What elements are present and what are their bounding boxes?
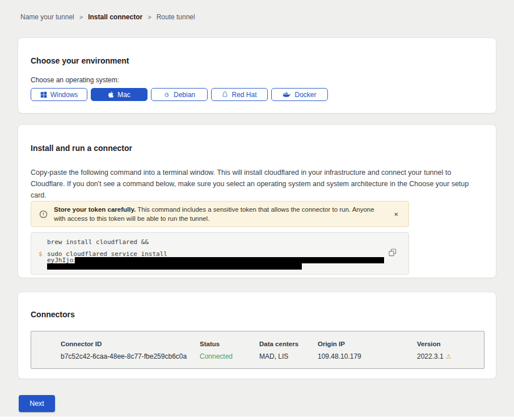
redacted-token-bar — [75, 257, 384, 263]
os-button-label: Red Hat — [231, 91, 256, 99]
os-select-label: Choose an operating system: — [31, 76, 483, 84]
os-button-docker[interactable]: Docker — [271, 88, 328, 101]
copy-icon[interactable] — [387, 248, 398, 258]
bottom-page-edge — [0, 417, 514, 420]
header-status: Status — [200, 341, 259, 347]
connectors-table: Connector ID Status Data centers Origin … — [31, 331, 484, 369]
install-command-code-block: $ brew install cloudflared && sudo cloud… — [31, 232, 409, 275]
cell-version: 2022.3.1⚠ — [417, 352, 484, 360]
windows-icon — [40, 91, 47, 98]
header-connector-id: Connector ID — [61, 341, 200, 347]
code-line-brew: brew install cloudflared && — [47, 238, 149, 246]
os-button-label: Windows — [50, 91, 78, 99]
header-origin-ip: Origin IP — [318, 341, 417, 347]
redacted-token-bar — [47, 263, 302, 270]
header-data-centers: Data centers — [259, 341, 318, 347]
cell-data-centers: MAD, LIS — [259, 352, 318, 360]
next-button[interactable]: Next — [19, 395, 55, 412]
apple-icon — [108, 91, 114, 98]
redhat-linux-icon — [222, 91, 228, 98]
shell-prompt: $ — [39, 250, 43, 258]
breadcrumb-separator: > — [148, 14, 151, 20]
token-warning-text: Store your token carefully. This command… — [54, 205, 387, 223]
header-version: Version — [417, 341, 484, 347]
token-warning-bold: Store your token carefully. — [54, 206, 136, 213]
alert-circle-icon — [39, 210, 48, 219]
os-button-redhat[interactable]: Red Hat — [211, 88, 268, 101]
docker-whale-icon — [283, 91, 291, 98]
os-button-mac[interactable]: Mac — [91, 88, 148, 101]
connectors-card: Connectors Connector ID Status Data cent… — [18, 292, 496, 379]
breadcrumb-step-name-tunnel[interactable]: Name your tunnel — [20, 13, 74, 21]
os-button-label: Debian — [174, 91, 195, 99]
os-button-label: Docker — [294, 91, 316, 99]
environment-card-title: Choose your environment — [31, 56, 483, 65]
install-card-title: Install and run a connector — [31, 144, 483, 153]
breadcrumb-separator: > — [79, 14, 83, 20]
table-header-row: Connector ID Status Data centers Origin … — [61, 341, 484, 347]
environment-card: Choose your environment Choose an operat… — [18, 37, 496, 114]
os-button-group: Windows Mac Debian Red Hat — [31, 88, 483, 101]
cell-connector-id: b7c52c42-6caa-48ee-8c77-fbe259cb6c0a — [61, 352, 200, 360]
connectors-card-title: Connectors — [31, 310, 483, 319]
os-button-debian[interactable]: Debian — [151, 88, 208, 101]
breadcrumb-step-route-tunnel[interactable]: Route tunnel — [157, 13, 195, 21]
close-icon[interactable]: × — [391, 209, 401, 219]
debian-icon — [163, 91, 170, 98]
cell-status-connected: Connected — [200, 352, 259, 360]
breadcrumb-step-install-connector[interactable]: Install connector — [88, 13, 142, 21]
os-button-windows[interactable]: Windows — [31, 88, 87, 101]
table-row: b7c52c42-6caa-48ee-8c77-fbe259cb6c0a Con… — [61, 352, 484, 360]
install-description: Copy-paste the following command into a … — [31, 167, 482, 201]
cell-origin-ip: 109.48.10.179 — [318, 352, 417, 360]
os-button-label: Mac — [117, 91, 130, 99]
token-warning-banner: Store your token carefully. This command… — [31, 201, 409, 227]
install-connector-card: Install and run a connector Copy-paste t… — [18, 124, 496, 278]
version-warning-icon: ⚠ — [446, 353, 452, 360]
breadcrumb: Name your tunnel > Install connector > R… — [20, 13, 195, 21]
